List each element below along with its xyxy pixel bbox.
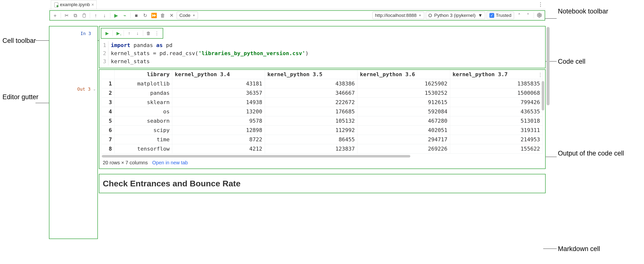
collapse-up-icon[interactable]: ˄: [516, 12, 523, 19]
cell-value: 513018: [450, 116, 542, 126]
tab-options-icon[interactable]: ⋮: [538, 2, 543, 8]
code-cell[interactable]: ▶ ▶I ↑ ↓ 🗑︎ ⋮ 1 2 3: [99, 26, 546, 68]
cell-library: time: [114, 135, 172, 144]
table-row[interactable]: 3sklearn14938222672912615799426: [102, 98, 543, 107]
table-row[interactable]: 1matplotlib4318143838616259021385835: [102, 79, 543, 88]
globe-icon[interactable]: 🌐︎: [536, 12, 543, 19]
cell-value: 799426: [450, 98, 542, 107]
caret-down-icon: ▼: [478, 13, 482, 18]
cell-value: 1385835: [450, 79, 542, 88]
move-down-icon[interactable]: ↓: [101, 12, 108, 19]
cell-value: 1530252: [358, 88, 450, 98]
table-row[interactable]: 5seaborn9578105132467280513018: [102, 116, 543, 126]
annotation-output-cell: Output of the code cell: [558, 149, 624, 158]
restart-icon[interactable]: ↻: [142, 12, 149, 19]
chevron-down-icon[interactable]: ⌄: [93, 87, 96, 91]
row-index: 4: [102, 107, 114, 116]
output-options-icon[interactable]: ⋮: [538, 72, 543, 78]
table-row[interactable]: 2pandas3635734666715302521500068: [102, 88, 543, 98]
row-index: 6: [102, 126, 114, 135]
annotation-code-cell: Code cell: [558, 58, 586, 66]
cell-library: pandas: [114, 88, 172, 98]
row-index: 2: [102, 88, 114, 98]
row-index: 5: [102, 116, 114, 126]
cell-value: 36357: [172, 88, 265, 98]
table-row[interactable]: 8tensorflow4212123837269226155622: [102, 144, 543, 154]
move-cell-up-icon[interactable]: ↑: [126, 30, 132, 37]
move-cell-down-icon[interactable]: ↓: [134, 30, 141, 37]
cell-library: os: [114, 107, 172, 116]
cell-library: matplotlib: [114, 79, 172, 88]
clear-output-icon[interactable]: ✕: [168, 12, 175, 19]
out-prompt: Out 3: [77, 86, 92, 92]
kernel-status-icon: [428, 14, 432, 17]
cell-type-select[interactable]: Code ▼: [177, 12, 198, 19]
debug-cell-icon[interactable]: ⌁: [121, 12, 128, 19]
line-numbers: 1 2 3: [99, 41, 108, 65]
cell-value: 214953: [450, 135, 542, 144]
open-in-new-tab-link[interactable]: Open in new tab: [152, 160, 188, 166]
cell-value: 43181: [172, 79, 265, 88]
kernel-select[interactable]: Python 3 (ipykernel) ▼: [426, 12, 486, 19]
annotation-markdown-cell: Markdown cell: [558, 245, 600, 253]
server-url-select[interactable]: http://localhost:8888 ▼: [372, 12, 424, 19]
markdown-heading: Check Entrances and Bounce Rate: [103, 179, 542, 188]
cell-value: 86455: [265, 135, 357, 144]
cell-value: 346667: [265, 88, 357, 98]
row-index: 8: [102, 144, 114, 154]
output-vscrollbar[interactable]: [542, 81, 544, 110]
run-cell-icon[interactable]: ▶: [104, 30, 110, 37]
cell-library: scipy: [114, 126, 172, 135]
cell-value: 467280: [358, 116, 450, 126]
cell-value: 222672: [265, 98, 357, 107]
delete-cell-icon[interactable]: 🗑︎: [145, 30, 152, 37]
add-cell-icon[interactable]: ＋: [52, 12, 59, 19]
more-actions-icon[interactable]: ⋮: [154, 30, 160, 37]
expand-down-icon[interactable]: ˅: [524, 12, 532, 19]
cell-value: 592084: [358, 107, 450, 116]
cell-library: sklearn: [114, 98, 172, 107]
move-up-icon[interactable]: ↑: [92, 12, 99, 19]
cell-value: 12898: [172, 126, 265, 135]
cell-value: 319311: [450, 126, 542, 135]
trusted-toggle[interactable]: ✓ Trusted: [487, 12, 514, 19]
cell-value: 294717: [358, 135, 450, 144]
annotation-editor-gutter: Editor gutter: [2, 93, 38, 101]
cell-value: 1625902: [358, 79, 450, 88]
editor-tab[interactable]: example.ipynb ×: [51, 0, 97, 9]
cell-value: 438386: [265, 79, 357, 88]
output-hscrollbar[interactable]: [102, 155, 410, 157]
cut-icon[interactable]: ✂: [63, 12, 70, 19]
table-row[interactable]: 7time872286455294717214953: [102, 135, 543, 144]
run-and-select-icon[interactable]: ▶I: [115, 30, 122, 37]
markdown-cell[interactable]: Check Entrances and Bounce Rate: [99, 174, 546, 193]
stop-icon[interactable]: ■: [132, 12, 140, 19]
checkbox-checked-icon: ✓: [489, 13, 494, 18]
cell-value: 269226: [358, 144, 450, 154]
code-editor[interactable]: 1 2 3 import pandas as pd kernel_stats =…: [99, 40, 545, 68]
cell-scrollbar[interactable]: [546, 27, 550, 105]
table-header-row: library kernel_python 3.4 kernel_python …: [102, 70, 543, 79]
annotation-line: [543, 248, 557, 249]
run-cell-icon[interactable]: ▶: [112, 12, 120, 19]
cell-value: 155622: [450, 144, 542, 154]
delete-icon[interactable]: 🗑︎: [159, 12, 166, 19]
run-all-icon[interactable]: ⏩: [150, 12, 158, 19]
close-tab-icon[interactable]: ×: [92, 2, 94, 7]
paste-icon[interactable]: 📋︎: [80, 12, 88, 19]
row-index: 7: [102, 135, 114, 144]
row-index: 3: [102, 98, 114, 107]
table-row[interactable]: 6scipy12898112992402051319311: [102, 126, 543, 135]
cell-value: 13200: [172, 107, 265, 116]
cell-library: tensorflow: [114, 144, 172, 154]
editor-tab-bar: example.ipynb × ⋮: [49, 0, 546, 9]
editor-gutter: In 3 Out 3 ⌄: [49, 26, 98, 239]
cell-toolbar: ▶ ▶I ↑ ↓ 🗑︎ ⋮: [101, 28, 163, 39]
cell-value: 436535: [450, 107, 542, 116]
cell-library: seaborn: [114, 116, 172, 126]
table-row[interactable]: 4os13200176685592084436535: [102, 107, 543, 116]
annotation-cell-toolbar: Cell toolbar: [2, 37, 36, 45]
output-shape: 20 rows × 7 columns: [103, 160, 148, 166]
annotation-notebook-toolbar: Notebook toolbar: [558, 7, 608, 16]
copy-icon[interactable]: ⧉: [72, 12, 79, 19]
